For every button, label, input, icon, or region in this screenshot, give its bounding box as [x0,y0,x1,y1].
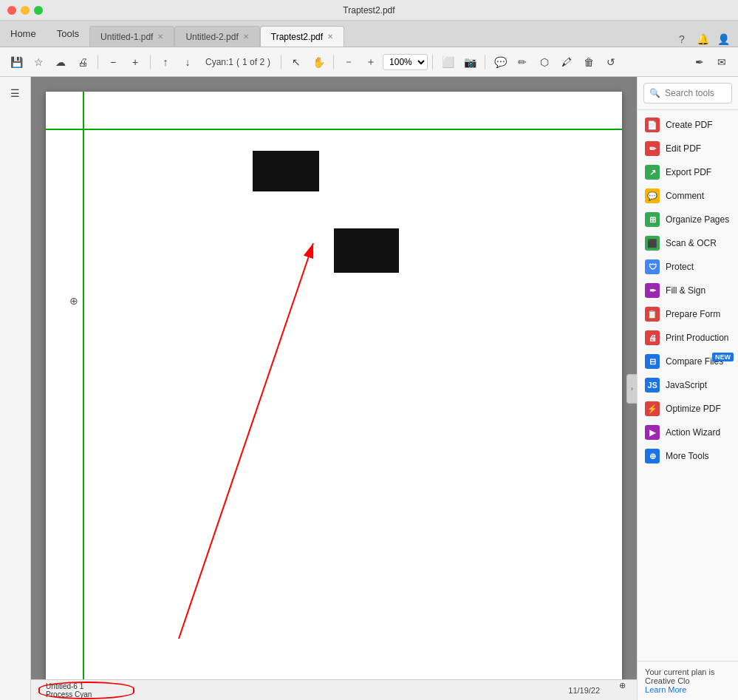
toolbar: 💾 ☆ ☁ 🖨 − + ↑ ↓ Cyan:1 ( 1 of 2 ) ↖ ✋ － … [0,47,738,77]
toolbar-zoom-in-btn[interactable]: + [125,52,146,72]
tab-home[interactable]: Home [0,20,47,47]
tool-item-comment[interactable]: 💬Comment [638,184,738,208]
toolbar-stamp-btn[interactable]: ⬡ [534,52,555,72]
toolbar-hand-btn[interactable]: ✋ [308,52,329,72]
pdf-scroll-container[interactable]: ⊕ [31,77,637,679]
toolbar-redact-btn[interactable]: ✒ [689,52,710,72]
pdf-status-circled: Untitled-6 1 Process Cyan [38,682,134,699]
tool-label-protect: Protect [666,262,694,272]
sep2 [150,55,151,69]
tab-home-label: Home [10,28,36,39]
tool-icon-organize-pages: ⊞ [645,212,660,227]
tools-search-area: 🔍 [638,77,738,110]
tools-list: 📄Create PDF✏Edit PDF↗Export PDF💬Comment⊞… [638,110,738,661]
tab-bar-actions: ? 🔔 👤 [674,32,738,47]
toolbar-send-btn[interactable]: ✉ [711,52,732,72]
tool-label-scan-ocr: Scan & OCR [666,238,717,248]
pdf-area[interactable]: ⊕ Untitled-6 1 Proc [31,77,637,700]
tab-untitled2[interactable]: Untitled-2.pdf ✕ [174,26,259,47]
toolbar-highlight-btn[interactable]: 🖍 [556,52,577,72]
tool-item-compare-files[interactable]: ⊟Compare FilesNEW [638,350,738,373]
tool-icon-edit-pdf: ✏ [645,141,660,156]
notifications-button[interactable]: 🔔 [695,32,710,47]
tool-item-action-wizard[interactable]: ▶Action Wizard [638,421,738,444]
tab-traptest2-label: Traptest2.pdf [271,32,323,42]
tool-item-create-pdf[interactable]: 📄Create PDF [638,113,738,137]
footer-learn-more-link[interactable]: Learn More [645,685,686,694]
tab-bar: Home Tools Untitled-1.pdf ✕ Untitled-2.p… [0,21,738,47]
toolbar-next-page-btn[interactable]: ↓ [177,52,198,72]
tab-untitled1-label: Untitled-1.pdf [100,32,153,42]
toolbar-zoom-plus-btn[interactable]: ＋ [361,52,381,72]
account-button[interactable]: 👤 [716,32,731,47]
footer-text: Your current plan is Creative Clo [645,667,731,685]
close-tab-traptest2[interactable]: ✕ [327,33,333,41]
tool-item-fill-sign[interactable]: ✒Fill & Sign [638,279,738,302]
page-info: Cyan:1 ( 1 of 2 ) [199,57,276,67]
toolbar-undo-btn[interactable]: ↺ [601,52,621,72]
sep3 [281,55,281,69]
tab-tools[interactable]: Tools [47,20,89,47]
toolbar-zoom-minus-btn[interactable]: － [338,52,359,72]
pdf-rectangle-1 [253,151,319,191]
pdf-status-date: 11/19/22 [568,686,600,695]
toolbar-print-btn[interactable]: 🖨 [72,52,93,72]
page-separator: ( [236,57,239,67]
tool-label-organize-pages: Organize Pages [666,214,729,225]
toolbar-save-btn[interactable]: 💾 [6,52,27,72]
pdf-arrow [83,136,378,653]
title-bar: Traptest2.pdf [0,0,738,21]
tool-item-export-pdf[interactable]: ↗Export PDF [638,160,738,184]
close-tab-untitled1[interactable]: ✕ [157,33,163,41]
tool-item-edit-pdf[interactable]: ✏Edit PDF [638,137,738,160]
pdf-green-left-border [83,92,84,679]
crosshair-icon: ⊕ [68,295,80,307]
tool-label-create-pdf: Create PDF [666,120,712,130]
close-tab-untitled2[interactable]: ✕ [243,33,249,41]
toolbar-cursor-btn[interactable]: ↖ [286,52,307,72]
tool-item-print-production[interactable]: 🖨Print Production [638,326,738,350]
page-label: Cyan:1 [205,57,233,67]
tool-label-edit-pdf: Edit PDF [666,143,701,154]
tab-traptest2[interactable]: Traptest2.pdf ✕ [260,26,344,47]
collapse-right-panel-btn[interactable]: › [626,374,637,404]
tool-icon-protect: 🛡 [645,259,660,274]
maximize-button[interactable] [34,6,43,15]
tool-icon-prepare-form: 📋 [645,307,660,322]
toolbar-delete-btn[interactable]: 🗑 [578,52,599,72]
tool-label-prepare-form: Prepare Form [666,309,720,319]
toolbar-snapshot-btn[interactable]: 📷 [459,52,480,72]
tool-label-optimize-pdf: Optimize PDF [666,404,721,414]
close-button[interactable] [7,6,16,15]
tool-item-organize-pages[interactable]: ⊞Organize Pages [638,208,738,231]
tab-untitled1[interactable]: Untitled-1.pdf ✕ [89,26,174,47]
toolbar-marquee-btn[interactable]: ⬜ [437,52,458,72]
window-title: Traptest2.pdf [343,5,394,16]
help-button[interactable]: ? [674,32,689,47]
sep6 [485,55,485,69]
tool-label-export-pdf: Export PDF [666,167,711,177]
left-panel: ☰ [0,77,31,700]
sep5 [432,55,433,69]
toolbar-bookmark-btn[interactable]: ☆ [28,52,49,72]
tool-item-prepare-form[interactable]: 📋Prepare Form [638,302,738,326]
zoom-select[interactable]: 100% 50% 75% 125% 150% [383,54,428,70]
tool-label-javascript: JavaScript [666,380,707,390]
left-panel-toggle[interactable]: ☰ [5,83,26,103]
tool-item-more-tools[interactable]: ⊕More Tools [638,444,738,468]
minimize-button[interactable] [21,6,30,15]
tool-item-javascript[interactable]: JSJavaScript [638,373,738,397]
toolbar-comment-btn[interactable]: 💬 [490,52,510,72]
toolbar-prev-page-btn[interactable]: ↑ [155,52,176,72]
tool-item-scan-ocr[interactable]: ⬛Scan & OCR [638,231,738,255]
tool-icon-scan-ocr: ⬛ [645,236,660,251]
toolbar-zoom-out-btn[interactable]: − [103,52,123,72]
tool-item-optimize-pdf[interactable]: ⚡Optimize PDF [638,397,738,421]
tool-icon-more-tools: ⊕ [645,449,660,463]
toolbar-cloud-btn[interactable]: ☁ [50,52,71,72]
toolbar-draw-btn[interactable]: ✏ [512,52,533,72]
right-panel-footer: Your current plan is Creative Clo Learn … [638,661,738,700]
tool-icon-create-pdf: 📄 [645,118,660,132]
sep4 [333,55,334,69]
tool-item-protect[interactable]: 🛡Protect [638,255,738,279]
